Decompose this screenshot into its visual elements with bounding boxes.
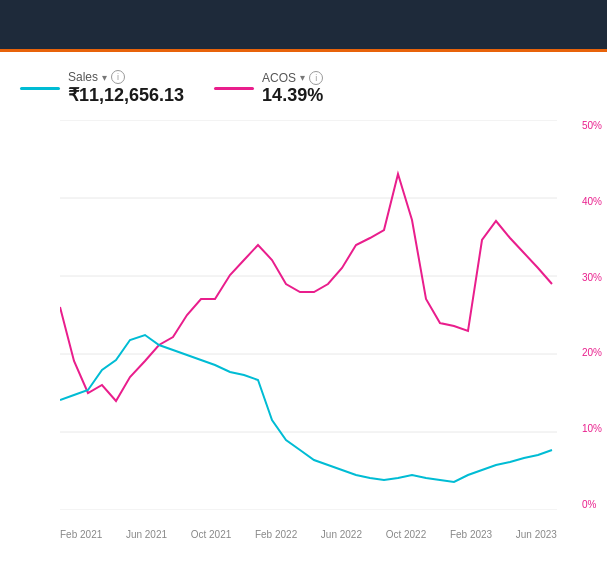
sales-value: ₹11,12,656.13: [68, 84, 184, 106]
y-right-label-50: 50%: [582, 120, 602, 131]
acos-legend-title: ACOS ▾ i: [262, 71, 323, 85]
y-right-label-20: 20%: [582, 347, 602, 358]
sales-chevron-icon[interactable]: ▾: [102, 72, 107, 83]
x-axis-labels: Feb 2021 Jun 2021 Oct 2021 Feb 2022 Jun …: [60, 529, 557, 540]
y-right-label-0: 0%: [582, 499, 602, 510]
sales-legend-item: Sales ▾ i ₹11,12,656.13: [20, 70, 184, 106]
x-label-feb2021: Feb 2021: [60, 529, 102, 540]
sales-info-icon[interactable]: i: [111, 70, 125, 84]
sales-line: [60, 335, 552, 482]
sales-legend-label: Sales ▾ i ₹11,12,656.13: [68, 70, 184, 106]
acos-chevron-icon[interactable]: ▾: [300, 72, 305, 83]
sales-legend-line: [20, 87, 60, 90]
sales-label-text: Sales: [68, 70, 98, 84]
acos-line: [60, 174, 552, 401]
acos-legend-item: ACOS ▾ i 14.39%: [214, 71, 323, 106]
legend-row: Sales ▾ i ₹11,12,656.13 ACOS ▾ i 14.39%: [0, 62, 607, 110]
x-label-feb2023: Feb 2023: [450, 529, 492, 540]
acos-info-icon[interactable]: i: [309, 71, 323, 85]
x-label-oct2022: Oct 2022: [386, 529, 427, 540]
sales-legend-title: Sales ▾ i: [68, 70, 184, 84]
x-label-jun2023: Jun 2023: [516, 529, 557, 540]
acos-value: 14.39%: [262, 85, 323, 106]
acos-legend-label: ACOS ▾ i 14.39%: [262, 71, 323, 106]
chart-area: 50% 40% 30% 20% 10% 0% Feb 2021 Jun 20: [60, 120, 557, 510]
acos-legend-line: [214, 87, 254, 90]
x-label-jun2021: Jun 2021: [126, 529, 167, 540]
x-label-jun2022: Jun 2022: [321, 529, 362, 540]
y-right-label-30: 30%: [582, 272, 602, 283]
chart-container: Sales ▾ i ₹11,12,656.13 ACOS ▾ i 14.39%: [0, 52, 607, 562]
x-label-oct2021: Oct 2021: [191, 529, 232, 540]
y-right-label-40: 40%: [582, 196, 602, 207]
top-bar: [0, 0, 607, 52]
y-axis-left: [0, 120, 10, 510]
chart-svg: [60, 120, 557, 510]
x-label-feb2022: Feb 2022: [255, 529, 297, 540]
y-right-label-10: 10%: [582, 423, 602, 434]
y-axis-right: 50% 40% 30% 20% 10% 0%: [577, 120, 607, 510]
acos-label-text: ACOS: [262, 71, 296, 85]
